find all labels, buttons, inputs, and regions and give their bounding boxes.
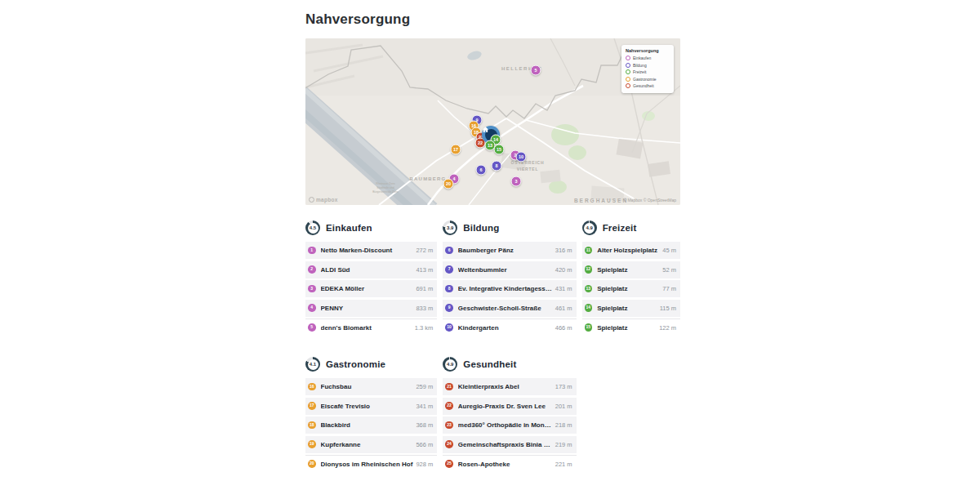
poi-distance: 52 m	[662, 266, 676, 274]
score-badge-gastronomie: 4.1	[305, 357, 320, 372]
poi-row-14[interactable]: 14Spielplatz115 m	[582, 300, 680, 317]
poi-row-5[interactable]: 5denn's Biomarkt1.3 km	[305, 318, 437, 336]
poi-distance: 219 m	[555, 441, 572, 448]
legend-title: Nahversorgung	[626, 48, 670, 53]
poi-row-21[interactable]: 21Kleintierpraxis Abel173 m	[443, 378, 576, 395]
poi-row-20[interactable]: 20Dionysos im Rheinischen Hof928 m	[305, 455, 437, 472]
poi-name: Weltenbummler	[458, 266, 555, 274]
poi-number-badge: 7	[445, 265, 453, 274]
poi-row-15[interactable]: 15Spielplatz122 m	[582, 318, 680, 336]
poi-distance: 45 m	[662, 247, 676, 254]
poi-row-1[interactable]: 1Netto Marken-Discount272 m	[305, 242, 437, 259]
poi-name: Blackbird	[321, 421, 416, 429]
poi-distance: 1.3 km	[415, 324, 434, 332]
score-badge-bildung: 3.9	[443, 220, 457, 235]
poi-list-bildung: 6Baumberger Pänz316 m7Weltenbummler420 m…	[443, 242, 576, 336]
poi-name: ALDI Süd	[321, 266, 416, 274]
poi-distance: 259 m	[416, 383, 433, 390]
poi-distance: 201 m	[555, 403, 572, 410]
score-badge-einkaufen: 4.5	[305, 220, 320, 235]
poi-number-badge: 8	[445, 285, 453, 293]
poi-number-badge: 2	[308, 265, 316, 274]
poi-name: med360° Orthopädie in Mon…	[458, 421, 555, 429]
section-title-freizeit: Freizeit	[603, 223, 637, 233]
poi-row-24[interactable]: 24Gemeinschaftspraxis Binia …219 m	[443, 436, 576, 453]
poi-number-badge: 21	[445, 383, 453, 391]
legend-item-label: Bildung	[633, 63, 647, 68]
poi-distance: 566 m	[416, 441, 433, 448]
poi-distance: 77 m	[662, 285, 676, 292]
score-value: 4.9	[445, 359, 456, 370]
map-marker-bildung-6[interactable]: 6	[476, 165, 487, 176]
poi-row-6[interactable]: 6Baumberger Pänz316 m	[443, 242, 576, 259]
map-tiny-label: Rheinaue Zons	[376, 182, 395, 185]
map-place-label: ÖSTERREICH	[511, 160, 545, 165]
map-marker-bildung-10[interactable]: 10	[516, 152, 527, 163]
poi-row-22[interactable]: 22Auregio-Praxis Dr. Sven Lee201 m	[443, 398, 576, 415]
poi-name: Kupferkanne	[321, 441, 416, 448]
map-marker-bildung-8[interactable]: 8	[492, 161, 502, 172]
poi-row-19[interactable]: 19Kupferkanne566 m	[305, 436, 437, 453]
poi-name: Baumberger Pänz	[458, 247, 555, 254]
section-header-gesundheit: 4.9Gesundheit	[443, 357, 576, 372]
section-title-einkaufen: Einkaufen	[326, 223, 372, 233]
mapbox-logo[interactable]: mapbox	[309, 197, 338, 203]
poi-distance: 341 m	[416, 403, 433, 410]
score-value: 4.9	[584, 223, 595, 234]
map-marker-gastronomie-17[interactable]: 17	[451, 145, 461, 155]
poi-distance: 431 m	[555, 285, 572, 292]
poi-distance: 833 m	[416, 305, 433, 312]
section-header-gastronomie: 4.1Gastronomie	[305, 357, 437, 372]
poi-row-4[interactable]: 4PENNY833 m	[305, 300, 437, 317]
poi-row-13[interactable]: 13Spielplatz77 m	[582, 280, 680, 297]
map-marker-gastronomie-20[interactable]: 20	[443, 179, 454, 189]
poi-row-10[interactable]: 10Kindergarten466 m	[443, 318, 576, 336]
section-header-bildung: 3.9Bildung	[443, 220, 576, 235]
poi-number-badge: 19	[308, 440, 316, 448]
poi-row-3[interactable]: 3EDEKA Möller691 m	[305, 280, 437, 297]
poi-row-17[interactable]: 17Eiscafé Trevisio341 m	[305, 398, 437, 415]
freizeit-legend-dot-icon	[626, 69, 630, 74]
poi-distance: 413 m	[416, 266, 433, 274]
poi-list-einkaufen: 1Netto Marken-Discount272 m2ALDI Süd413 …	[305, 242, 437, 336]
score-badge-gesundheit: 4.9	[443, 357, 457, 372]
score-value: 3.9	[445, 223, 456, 234]
legend-item-label: Gesundheit	[633, 83, 654, 88]
poi-row-18[interactable]: 18Blackbird368 m	[305, 416, 437, 434]
poi-row-16[interactable]: 16Fuchsbau259 m	[305, 378, 437, 395]
poi-row-11[interactable]: 11Alter Holzspielplatz45 m	[582, 242, 680, 259]
poi-row-12[interactable]: 12Spielplatz52 m	[582, 261, 680, 278]
amenities-map[interactable]: HELLERHOFÖSTERREICHVIERTELBAUMBERGBERGHA…	[305, 38, 680, 205]
map-marker-freizeit-15[interactable]: 15	[494, 145, 505, 155]
bildung-legend-dot-icon	[626, 63, 630, 68]
poi-row-25[interactable]: 25Rosen-Apotheke221 m	[443, 455, 576, 472]
map-tiny-label: Stadtteile und	[376, 186, 394, 189]
map-marker-einkaufen-5[interactable]: 5	[531, 65, 541, 76]
poi-row-8[interactable]: 8Ev. Integrative Kindertagess…431 m	[443, 280, 576, 297]
poi-number-badge: 1	[308, 247, 316, 255]
poi-number-badge: 14	[585, 304, 593, 312]
poi-row-7[interactable]: 7Weltenbummler420 m	[443, 261, 576, 278]
score-value: 4.1	[308, 359, 318, 370]
poi-name: EDEKA Möller	[321, 285, 416, 292]
poi-name: Kleintierpraxis Abel	[458, 383, 555, 390]
section-title-gastronomie: Gastronomie	[326, 359, 385, 369]
map-attribution[interactable]: © Mapbox © OpenStreetMap	[623, 198, 676, 203]
map-marker-einkaufen-3[interactable]: 3	[511, 176, 522, 187]
poi-number-badge: 4	[308, 304, 316, 312]
poi-row-9[interactable]: 9Geschwister-Scholl-Straße461 m	[443, 300, 576, 317]
category-section-gesundheit: 4.9Gesundheit21Kleintierpraxis Abel173 m…	[443, 357, 576, 472]
poi-row-23[interactable]: 23med360° Orthopädie in Mon…218 m	[443, 416, 576, 434]
poi-name: Spielplatz	[597, 266, 662, 274]
poi-number-badge: 20	[308, 460, 316, 468]
poi-row-2[interactable]: 2ALDI Süd413 m	[305, 261, 437, 278]
poi-number-badge: 22	[445, 402, 453, 410]
einkaufen-legend-dot-icon	[626, 56, 630, 60]
map-place-label: BERGHAUSEN	[574, 198, 628, 203]
mapbox-logo-text: mapbox	[316, 197, 338, 203]
section-header-freizeit: 4.9Freizeit	[582, 220, 680, 235]
poi-distance: 218 m	[555, 421, 572, 429]
poi-distance: 420 m	[555, 266, 572, 274]
poi-name: Fuchsbau	[321, 383, 416, 390]
poi-name: Auregio-Praxis Dr. Sven Lee	[458, 403, 555, 410]
